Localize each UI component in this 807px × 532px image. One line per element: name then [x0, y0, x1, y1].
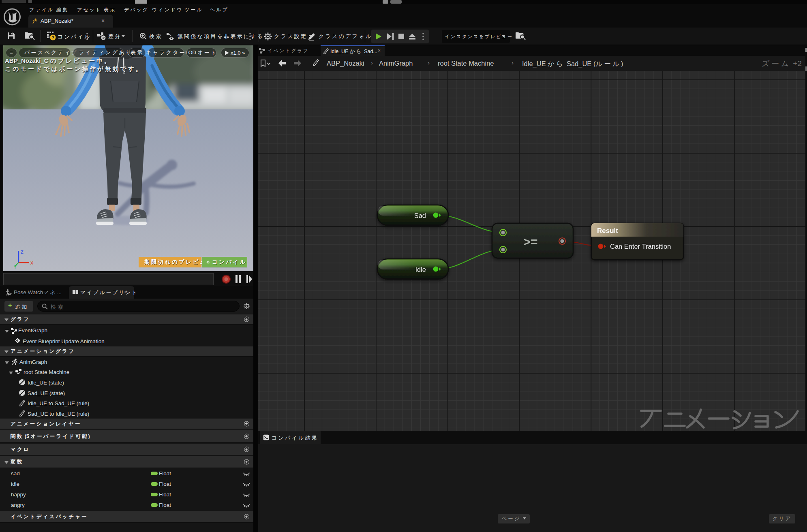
svg-text:Y: Y: [14, 265, 17, 269]
svg-text:Sad: Sad: [414, 212, 426, 219]
svg-text:Result: Result: [597, 227, 618, 235]
svg-text:>=: >=: [523, 235, 537, 248]
svg-text:X: X: [30, 261, 34, 265]
svg-text:Z: Z: [21, 250, 24, 254]
svg-text:?: ?: [51, 35, 54, 40]
svg-text:Can Enter Transition: Can Enter Transition: [610, 243, 671, 250]
svg-text:Idle: Idle: [415, 266, 426, 273]
